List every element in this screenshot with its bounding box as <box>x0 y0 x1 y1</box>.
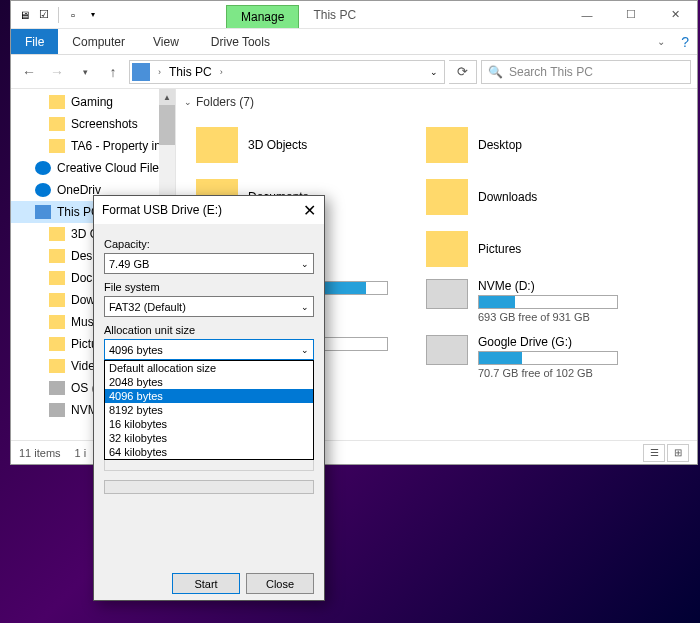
filesystem-label: File system <box>104 281 314 293</box>
folder-icon <box>49 95 65 109</box>
pc-icon <box>35 205 51 219</box>
chevron-down-icon: ⌄ <box>301 302 309 312</box>
maximize-button[interactable]: ☐ <box>609 1 653 29</box>
file-menu[interactable]: File <box>11 29 58 54</box>
folder-icon <box>49 249 65 263</box>
folder-item[interactable]: Downloads <box>426 171 656 223</box>
help-icon[interactable]: ? <box>673 34 697 50</box>
qat-dropdown-icon[interactable]: ▾ <box>84 6 102 24</box>
folder-item[interactable]: 3D Objects <box>196 119 426 171</box>
allocation-option[interactable]: Default allocation size <box>105 361 313 375</box>
search-input[interactable]: 🔍 Search This PC <box>481 60 691 84</box>
folder-icon <box>49 293 65 307</box>
tree-item[interactable]: Screenshots <box>11 113 175 135</box>
properties-icon[interactable]: ☑ <box>35 6 53 24</box>
folder-item[interactable]: Pictures <box>426 223 656 275</box>
drive-item[interactable]: Google Drive (G:)70.7 GB free of 102 GB <box>426 335 656 379</box>
close-button[interactable]: Close <box>246 573 314 594</box>
chevron-down-icon: ⌄ <box>301 259 309 269</box>
ribbon-tab-computer[interactable]: Computer <box>58 30 139 54</box>
ribbon: File Computer View Drive Tools ⌄ ? <box>11 29 697 55</box>
drive-info: NVMe (D:)693 GB free of 931 GB <box>478 279 656 323</box>
cloud-icon <box>35 161 51 175</box>
chevron-right-icon[interactable]: › <box>154 67 165 77</box>
drive-icon <box>49 403 65 417</box>
minimize-button[interactable]: — <box>565 1 609 29</box>
up-button[interactable]: ↑ <box>101 60 125 84</box>
drive-free-text: 70.7 GB free of 102 GB <box>478 367 656 379</box>
drive-usage-bar <box>478 351 618 365</box>
ribbon-tab-view[interactable]: View <box>139 30 193 54</box>
address-dropdown-icon[interactable]: ⌄ <box>426 67 442 77</box>
tree-item-label: Gaming <box>71 95 113 109</box>
folder-icon <box>49 271 65 285</box>
tree-item[interactable]: TA6 - Property inform <box>11 135 175 157</box>
folders-group-header[interactable]: ⌄ Folders (7) <box>176 93 697 111</box>
allocation-select[interactable]: 4096 bytes ⌄ Default allocation size2048… <box>104 339 314 360</box>
folder-icon <box>49 117 65 131</box>
chevron-down-icon: ⌄ <box>184 97 192 107</box>
back-button[interactable]: ← <box>17 60 41 84</box>
close-button[interactable]: ✕ <box>653 1 697 29</box>
start-button[interactable]: Start <box>172 573 240 594</box>
expand-ribbon-icon[interactable]: ⌄ <box>649 36 673 47</box>
drive-icon <box>49 381 65 395</box>
folder-label: Pictures <box>478 242 521 256</box>
scroll-up-icon[interactable]: ▲ <box>159 89 175 105</box>
search-icon: 🔍 <box>488 65 503 79</box>
search-placeholder: Search This PC <box>509 65 593 79</box>
folder-label: Desktop <box>478 138 522 152</box>
dialog-title: Format USB Drive (E:) <box>102 203 222 217</box>
folder-icon <box>49 315 65 329</box>
ribbon-tab-drive-tools[interactable]: Drive Tools <box>197 30 284 54</box>
separator <box>58 7 59 23</box>
dialog-buttons: Start Close <box>104 569 314 594</box>
drive-name: Google Drive (G:) <box>478 335 656 349</box>
details-view-button[interactable]: ☰ <box>643 444 665 462</box>
contextual-tab-group: Manage <box>226 1 299 28</box>
allocation-option[interactable]: 2048 bytes <box>105 375 313 389</box>
allocation-option[interactable]: 16 kilobytes <box>105 417 313 431</box>
dialog-body: Capacity: 7.49 GB ⌄ File system FAT32 (D… <box>94 224 324 600</box>
folder-icon <box>49 337 65 351</box>
close-icon[interactable]: ✕ <box>303 201 316 220</box>
dialog-titlebar: Format USB Drive (E:) ✕ <box>94 196 324 224</box>
refresh-button[interactable]: ⟳ <box>449 60 477 84</box>
allocation-option[interactable]: 64 kilobytes <box>105 445 313 459</box>
breadcrumb[interactable]: This PC <box>169 65 212 79</box>
forward-button[interactable]: → <box>45 60 69 84</box>
allocation-option[interactable]: 8192 bytes <box>105 403 313 417</box>
drive-free-text: 693 GB free of 931 GB <box>478 311 656 323</box>
capacity-label: Capacity: <box>104 238 314 250</box>
format-dialog: Format USB Drive (E:) ✕ Capacity: 7.49 G… <box>93 195 325 601</box>
allocation-dropdown: Default allocation size2048 bytes4096 by… <box>104 360 314 460</box>
pc-icon: 🖥 <box>15 6 33 24</box>
tree-item[interactable]: Creative Cloud Files <box>11 157 175 179</box>
titlebar: 🖥 ☑ ▫ ▾ Manage This PC — ☐ ✕ <box>11 1 697 29</box>
drive-icon <box>426 335 468 365</box>
filesystem-select[interactable]: FAT32 (Default) ⌄ <box>104 296 314 317</box>
drive-item[interactable]: NVMe (D:)693 GB free of 931 GB <box>426 279 656 323</box>
new-folder-icon[interactable]: ▫ <box>64 6 82 24</box>
folder-icon <box>426 127 468 163</box>
allocation-option[interactable]: 32 kilobytes <box>105 431 313 445</box>
tree-item-label: Screenshots <box>71 117 138 131</box>
navigation-bar: ← → ▾ ↑ › This PC › ⌄ ⟳ 🔍 Search This PC <box>11 55 697 89</box>
allocation-option[interactable]: 4096 bytes <box>105 389 313 403</box>
quick-access-toolbar: 🖥 ☑ ▫ ▾ <box>11 6 106 24</box>
capacity-value: 7.49 GB <box>109 258 149 270</box>
cloud-icon <box>35 183 51 197</box>
icons-view-button[interactable]: ⊞ <box>667 444 689 462</box>
tree-item[interactable]: Gaming <box>11 91 175 113</box>
capacity-select[interactable]: 7.49 GB ⌄ <box>104 253 314 274</box>
allocation-value: 4096 bytes <box>109 344 163 356</box>
recent-dropdown-icon[interactable]: ▾ <box>73 60 97 84</box>
chevron-right-icon[interactable]: › <box>216 67 227 77</box>
manage-tab-header[interactable]: Manage <box>226 5 299 28</box>
address-bar[interactable]: › This PC › ⌄ <box>129 60 445 84</box>
drive-icon <box>426 279 468 309</box>
scroll-thumb[interactable] <box>159 105 175 145</box>
folder-icon <box>426 231 468 267</box>
folder-item[interactable]: Desktop <box>426 119 656 171</box>
tree-item-label: Creative Cloud Files <box>57 161 165 175</box>
